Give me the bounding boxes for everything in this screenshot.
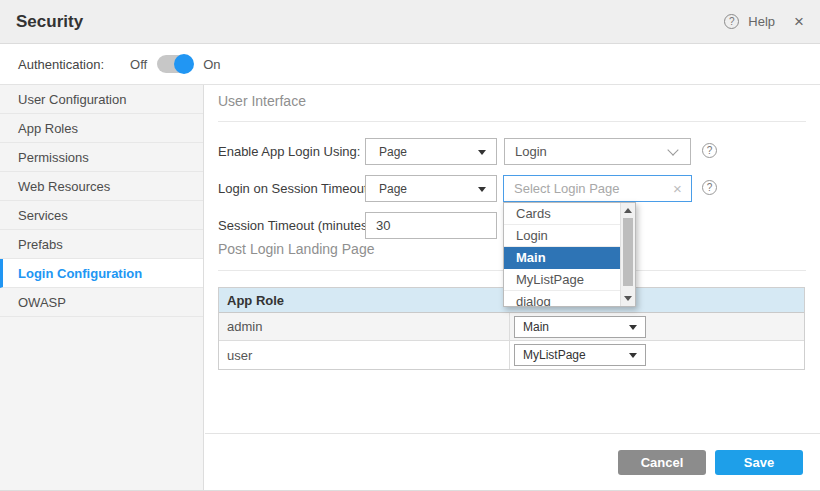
session-timeout-input[interactable] — [365, 212, 497, 239]
titlebar: Security ? Help × — [0, 0, 820, 44]
dropdown-caret-icon — [478, 187, 486, 192]
login-page-search-input[interactable] — [503, 175, 692, 202]
sidebar-item-owasp[interactable]: OWASP — [0, 288, 203, 317]
session-timeout-label: Session Timeout (minutes): — [218, 212, 376, 239]
toggle-off-label: Off — [130, 57, 147, 72]
scroll-up-icon[interactable] — [624, 208, 632, 213]
sidebar-item-permissions[interactable]: Permissions — [0, 143, 203, 172]
login-on-timeout-type-select[interactable]: Page — [365, 175, 497, 202]
dropdown-option-cards[interactable]: Cards — [504, 203, 620, 225]
close-icon[interactable]: × — [794, 13, 804, 30]
table-row: user MyListPage — [219, 341, 804, 369]
help-button[interactable]: Help — [748, 14, 775, 29]
scroll-down-icon[interactable] — [624, 296, 632, 301]
security-dialog: Security ? Help × Authentication: Off On… — [0, 0, 820, 491]
selected-value: MyListPage — [523, 348, 586, 362]
main-panel: User Interface Enable App Login Using: P… — [205, 85, 820, 490]
enable-app-login-label: Enable App Login Using: — [218, 138, 360, 165]
role-cell: admin — [219, 313, 510, 340]
enable-app-login-page-select[interactable]: Login — [504, 138, 691, 165]
selected-value: Page — [379, 145, 407, 159]
save-button[interactable]: Save — [715, 450, 803, 475]
clear-x-icon[interactable]: × — [673, 181, 682, 196]
authentication-toggle[interactable] — [157, 55, 193, 73]
selected-value: Login — [515, 144, 547, 159]
sidebar-item-user-configuration[interactable]: User Configuration — [0, 85, 203, 114]
section-title-user-interface: User Interface — [218, 93, 306, 109]
enable-app-login-type-select[interactable]: Page — [365, 138, 497, 165]
dropdown-option-dialog[interactable]: dialog — [504, 291, 620, 307]
dropdown-option-main[interactable]: Main — [504, 247, 620, 269]
authentication-bar: Authentication: Off On — [0, 44, 820, 85]
dropdown-caret-icon — [629, 325, 637, 330]
selected-value: Page — [379, 182, 407, 196]
dropdown-caret-icon — [478, 150, 486, 155]
authentication-label: Authentication: — [18, 57, 104, 72]
sidebar-item-web-resources[interactable]: Web Resources — [0, 172, 203, 201]
dropdown-scrollbar[interactable] — [620, 203, 635, 306]
sidebar-item-app-roles[interactable]: App Roles — [0, 114, 203, 143]
table-row: admin Main — [219, 313, 804, 341]
sidebar-item-services[interactable]: Services — [0, 201, 203, 230]
chevron-down-icon — [667, 144, 678, 155]
dropdown-option-mylistpage[interactable]: MyListPage — [504, 269, 620, 291]
section-divider — [218, 121, 806, 122]
toggle-knob — [174, 54, 194, 74]
footer-divider — [205, 433, 820, 434]
dropdown-caret-icon — [629, 353, 637, 358]
sidebar-item-login-configuration[interactable]: Login Configuration — [0, 259, 203, 288]
role-cell: user — [219, 341, 510, 369]
landing-page-select-admin[interactable]: Main — [514, 316, 646, 338]
scrollbar-thumb[interactable] — [623, 218, 633, 286]
section-title-post-login: Post Login Landing Page — [218, 241, 374, 257]
selected-value: Main — [523, 320, 549, 334]
page-title: Security — [16, 12, 83, 32]
cancel-button[interactable]: Cancel — [618, 450, 706, 475]
landing-page-select-user[interactable]: MyListPage — [514, 344, 646, 366]
login-on-timeout-label: Login on Session Timeout: — [218, 175, 371, 202]
sidebar: User Configuration App Roles Permissions… — [0, 85, 204, 490]
enable-app-login-help-icon[interactable]: ? — [702, 143, 717, 158]
dropdown-option-login[interactable]: Login — [504, 225, 620, 247]
toggle-on-label: On — [203, 57, 220, 72]
sidebar-item-prefabs[interactable]: Prefabs — [0, 230, 203, 259]
login-on-timeout-help-icon[interactable]: ? — [702, 180, 717, 195]
help-question-circle-icon[interactable]: ? — [724, 14, 739, 29]
login-page-dropdown: Cards Login Main MyListPage dialog — [503, 202, 636, 307]
